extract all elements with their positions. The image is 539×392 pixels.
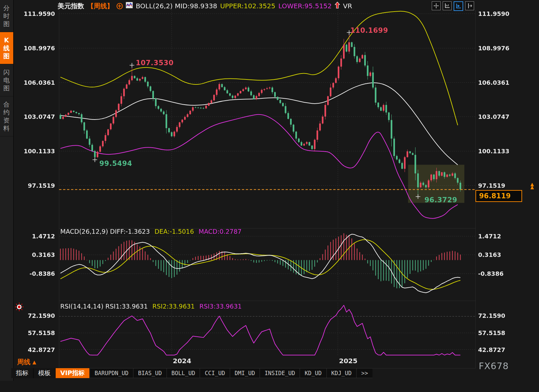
rsi-axis-label: 57.5158 [19,329,55,336]
rsi-title-row: RSI(14,14,14) RSI1:33.9631 RSI2:33.9631 … [60,303,242,310]
period-selector[interactable]: 周线 ▲ [17,358,36,367]
sidebar-item-合约资料[interactable]: 合约资料 [0,96,13,136]
tab-模板[interactable]: 模板 [33,368,56,378]
tab-BARUPDN_UD[interactable]: BARUPDN_UD [90,368,133,378]
price-axis-label: 100.1133 [19,148,55,155]
boll-lower-label: LOWER:95.5152 [278,2,332,10]
x-axis-label-2024: 2024 [173,357,191,365]
tab-DMI_UD[interactable]: DMI_UD [230,368,260,378]
boll-label: BOLL(26,2) MID:98.9338 [136,2,217,10]
macd-axis-label: -0.8386 [478,270,504,277]
alarm-icon[interactable] [15,302,24,313]
price-axis-label: 106.0361 [478,79,510,86]
rsi2-label: RSI2:33.9631 [152,303,195,310]
tab-BOLL_UD[interactable]: BOLL_UD [167,368,200,378]
tab-指标[interactable]: 指标 [11,368,33,378]
rsi-axis-label: 42.8727 [19,346,55,353]
period-label: 周线 [17,358,30,367]
rsi-axis-label: 57.5158 [478,329,505,336]
indicator-tab-bar: 指标模板VIP指标BARUPDN_UDBIAS_UDBOLL_UDCCI_UDD… [11,368,372,378]
rsi3-label: RSI3:33.9631 [199,303,242,310]
rsi-axis-label: 72.1590 [19,312,55,319]
sidebar-item-K线图[interactable]: K线图 [0,32,13,64]
swing-low-annotation: 99.5494 [99,160,132,168]
axis-shift-icon[interactable] [465,1,474,10]
up-arrow-icon[interactable] [335,2,340,11]
crosshair-move-icon[interactable] [432,1,441,10]
sidebar: 分时图K线图闪电图合约资料 [0,0,14,381]
price-axis-label: 111.9590 [478,10,510,17]
sidebar-item-分时图[interactable]: 分时图 [0,0,13,32]
swing-low-annotation: 96.3729 [424,196,457,204]
price-axis-label: 97.1519 [19,182,55,189]
price-axis-label: 106.0361 [19,79,55,86]
vr-label[interactable]: VR [343,2,352,10]
boll-upper-label: UPPER:102.3525 [220,2,275,10]
scroll-to-latest-icon[interactable]: ▲▲ [530,183,534,189]
candle-chart-icon[interactable] [126,2,133,10]
triangle-up-icon: ▲ [32,359,36,365]
tab-KD_UD[interactable]: KD_UD [300,368,326,378]
last-price-tag: 96.8119 [475,190,522,202]
macd-axis-label: 1.4712 [478,233,501,240]
rsi-axis-label: 42.8727 [478,346,505,353]
swing-high-annotation: 110.1699 [350,26,388,34]
price-axis-label: 97.1519 [478,182,505,189]
price-axis-label: 103.0747 [19,113,55,120]
sidebar-item-闪电图[interactable]: 闪电图 [0,64,13,96]
price-axis-label: 108.9976 [478,45,510,52]
tab->>[interactable]: >> [356,368,372,378]
chart-toolbar [432,1,474,11]
rsi-axis-label: 72.1590 [478,312,505,319]
tab-INSIDE_UD[interactable]: INSIDE_UD [260,368,300,378]
watermark: FX678 [479,361,509,371]
add-indicator-icon[interactable] [117,3,123,9]
axis-play-icon[interactable] [454,1,463,11]
x-axis-label-2025: 2025 [339,357,358,365]
swing-high-annotation: 107.3530 [136,59,173,67]
tab-BIAS_UD[interactable]: BIAS_UD [133,368,167,378]
price-axis-label: 103.0747 [478,113,510,120]
macd-axis-label: 0.3163 [478,251,501,258]
chart-application-window: 分时图K线图闪电图合约资料 美元指数 【周线】 BOLL(26,2) MID:9… [0,0,539,392]
price-axis-label: 111.9590 [19,10,55,17]
macd-axis-label: -0.8386 [19,270,55,277]
tab-CCI_UD[interactable]: CCI_UD [200,368,229,378]
macd-dea-label: DEA:-1.5016 [155,228,194,235]
macd-diff-label: MACD(26,12,9) DIFF:-1.3623 [60,228,150,235]
macd-axis-label: 0.3163 [19,251,55,258]
macd-title-row: MACD(26,12,9) DIFF:-1.3623 DEA:-1.5016 M… [60,228,242,235]
chart-header: 美元指数 【周线】 BOLL(26,2) MID:98.9338 UPPER:1… [58,2,352,10]
tab-VIP指标[interactable]: VIP指标 [56,368,90,378]
period-tag[interactable]: 【周线】 [87,2,114,11]
price-axis-label: 100.1133 [478,148,510,155]
price-axis-label: 108.9976 [19,45,55,52]
axis-scale-icon[interactable] [443,1,452,10]
chart-canvas[interactable] [0,0,539,392]
symbol-title: 美元指数 [58,2,84,11]
macd-axis-label: 1.4712 [19,233,55,240]
macd-value-label: MACD:0.2787 [199,228,242,235]
rsi1-label: RSI(14,14,14) RSI1:33.9631 [60,303,148,310]
tab-KDJ_UD[interactable]: KDJ_UD [326,368,356,378]
